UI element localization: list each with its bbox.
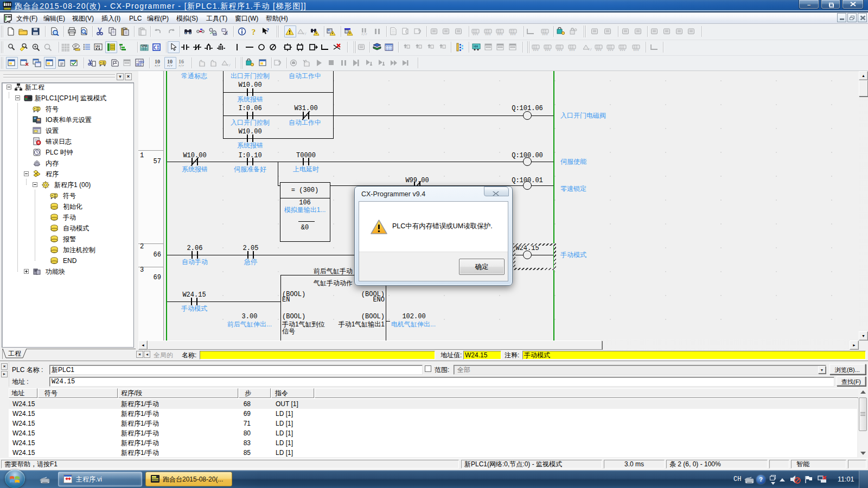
svg-text:HH: HH <box>474 44 478 49</box>
svg-text:?: ? <box>266 27 269 33</box>
svg-text:CI: CI <box>154 45 159 50</box>
svg-text:r/r: r/r <box>178 64 184 67</box>
svg-text:002: 002 <box>139 60 144 63</box>
svg-text:r/r: r/r <box>227 63 231 67</box>
svg-text:vvv: vvv <box>485 32 491 36</box>
svg-text:r/r: r/r <box>155 64 161 67</box>
svg-text:vvv: vvv <box>633 48 639 52</box>
svg-text:vvv: vvv <box>557 48 563 52</box>
svg-text:r/r: r/r <box>167 64 173 67</box>
svg-text:vvv: vvv <box>545 48 551 52</box>
svg-text:vvv: vvv <box>510 32 516 36</box>
svg-text:vvv: vvv <box>569 48 575 52</box>
svg-text:vvv: vvv <box>620 48 626 52</box>
svg-text:r/r: r/r <box>361 32 367 36</box>
svg-text:vvv: vvv <box>542 32 548 36</box>
svg-text:B: B <box>225 31 228 35</box>
svg-text:vvv: vvv <box>497 32 503 36</box>
svg-text:vvv: vvv <box>596 48 602 52</box>
svg-text:r/r: r/r <box>588 47 592 51</box>
svg-text:SMA: SMA <box>141 44 148 48</box>
svg-text:vvv: vvv <box>533 48 539 52</box>
svg-text:?: ? <box>251 28 256 36</box>
svg-text:vvv: vvv <box>473 32 478 36</box>
svg-text:vvv: vvv <box>608 48 614 52</box>
svg-text:r/r: r/r <box>303 31 307 35</box>
